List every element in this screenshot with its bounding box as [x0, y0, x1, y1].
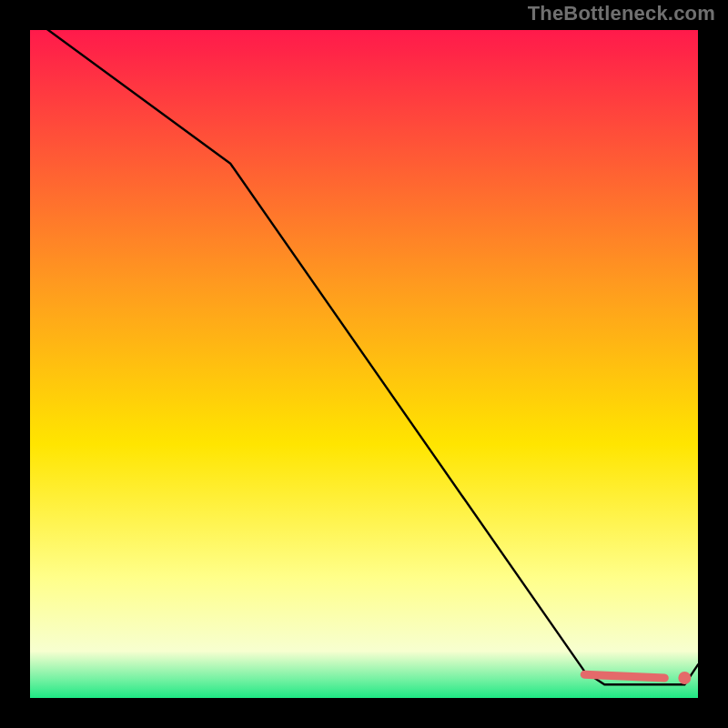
marker-flat-segment	[584, 674, 664, 678]
chart-frame: TheBottleneck.com	[0, 0, 728, 728]
plot-area	[30, 30, 698, 698]
plot-svg	[30, 30, 698, 698]
gradient-background	[30, 30, 698, 698]
watermark-text: TheBottleneck.com	[528, 2, 715, 25]
marker-dot	[678, 672, 691, 684]
